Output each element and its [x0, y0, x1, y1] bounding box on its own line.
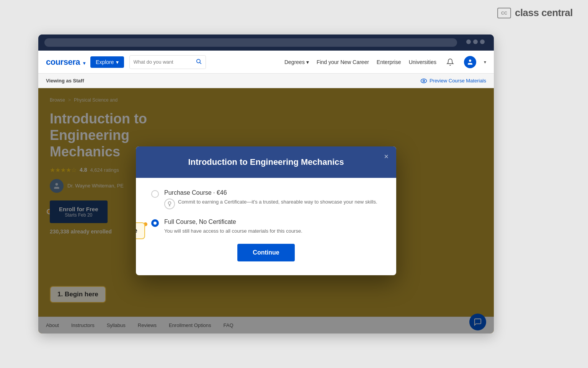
svg-line-1	[200, 62, 201, 64]
browser-dot-3	[480, 39, 485, 44]
degrees-chevron-icon: ▾	[306, 59, 309, 65]
svg-point-2	[469, 59, 471, 62]
modal-overlay: Introduction to Engineering Mechanics × …	[38, 88, 494, 334]
browser-dots	[466, 39, 485, 44]
preview-course-link[interactable]: Preview Course Materials	[420, 78, 486, 84]
enrollment-modal: Introduction to Engineering Mechanics × …	[136, 146, 396, 275]
nav-links: Degrees ▾ Find your New Career Enterpris…	[284, 56, 486, 68]
svg-point-0	[196, 59, 200, 62]
explore-chevron-icon: ▾	[116, 59, 119, 65]
browser-dot-1	[466, 39, 471, 44]
browser-window: coursera ▾ Explore ▾ Degrees ▾ Find your…	[38, 34, 494, 334]
user-chevron-icon: ▾	[484, 59, 486, 65]
certificate-icon	[164, 199, 175, 209]
browser-dot-2	[473, 39, 478, 44]
svg-point-4	[423, 80, 425, 82]
option-full-course-row: Full Course, No Certificate You will sti…	[151, 219, 381, 235]
modal-title: Introduction to Engineering Mechanics	[151, 157, 381, 167]
viewing-bar: Viewing as Staff Preview Course Material…	[38, 74, 494, 88]
nav-universities[interactable]: Universities	[409, 59, 436, 65]
full-course-option-desc: You will still have access to all course…	[164, 228, 381, 235]
full-course-radio[interactable]	[151, 219, 159, 227]
viewing-text: Viewing as Staff	[46, 78, 84, 84]
modal-close-button[interactable]: ×	[384, 153, 389, 160]
nav-degrees[interactable]: Degrees ▾	[284, 59, 309, 65]
purchase-option-text: Purchase Course · €46 Commit to ea	[164, 189, 381, 209]
option-purchase-row: Purchase Course · €46 Commit to ea	[151, 189, 381, 209]
radio-selected-indicator	[154, 222, 157, 225]
cc-logo-text: class central	[515, 7, 573, 19]
coursera-logo[interactable]: coursera ▾	[46, 57, 85, 67]
address-bar	[44, 38, 457, 47]
logo-chevron-icon: ▾	[83, 61, 85, 66]
annotation-pick-this: 2. Pick this one	[136, 222, 145, 239]
purchase-radio[interactable]	[151, 190, 159, 198]
browser-chrome	[38, 34, 494, 51]
search-input[interactable]	[134, 59, 193, 65]
notifications-bell-icon[interactable]	[444, 56, 456, 68]
course-page: Browse > Physical Science and Introducti…	[38, 88, 494, 334]
cc-logo-icon: CC	[497, 8, 511, 18]
purchase-option-desc: Commit to earning a Certificate—it's a t…	[164, 199, 381, 209]
coursera-navbar: coursera ▾ Explore ▾ Degrees ▾ Find your…	[38, 51, 494, 74]
svg-point-3	[421, 79, 426, 83]
cc-header: CC class central	[482, 0, 588, 26]
search-icon	[196, 58, 202, 66]
nav-enterprise[interactable]: Enterprise	[377, 59, 401, 65]
full-course-option-text: Full Course, No Certificate You will sti…	[164, 219, 381, 235]
full-course-option-label: Full Course, No Certificate	[164, 219, 381, 225]
purchase-option-label: Purchase Course · €46	[164, 189, 381, 196]
modal-header: Introduction to Engineering Mechanics ×	[136, 146, 396, 178]
svg-point-6	[168, 202, 171, 204]
modal-body: Purchase Course · €46 Commit to ea	[136, 178, 396, 275]
search-bar[interactable]	[129, 55, 206, 69]
continue-button[interactable]: Continue	[237, 244, 294, 261]
nav-find-career[interactable]: Find your New Career	[317, 59, 369, 65]
user-avatar[interactable]	[464, 56, 476, 68]
explore-button[interactable]: Explore ▾	[90, 56, 124, 68]
